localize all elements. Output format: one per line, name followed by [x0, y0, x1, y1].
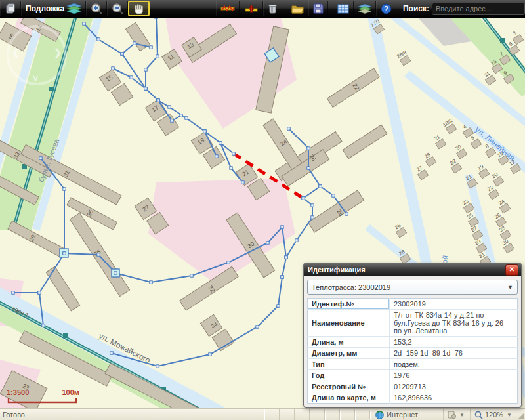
page-zoom-button[interactable]: 120% ▼ — [470, 409, 517, 420]
table-row[interactable]: НаименованиеТ/т от ТК-834а-14 у д.21 по … — [308, 310, 518, 337]
network-node — [97, 253, 100, 256]
network-node — [232, 152, 235, 155]
network-node — [302, 197, 304, 200]
protected-mode-button[interactable]: ▼ — [443, 409, 470, 420]
attribute-value: 1976 — [390, 370, 518, 381]
network-node — [42, 324, 45, 327]
network-node — [285, 256, 287, 259]
security-zone: Интернет — [369, 411, 443, 419]
search-label: Поиск: — [403, 4, 429, 13]
measure-network-button[interactable] — [216, 1, 240, 16]
search-input[interactable] — [432, 3, 525, 15]
chevron-down-icon: ▼ — [507, 412, 512, 418]
layers-icon — [67, 3, 81, 14]
network-node — [307, 167, 310, 169]
folder-icon — [291, 4, 304, 14]
zoom-out-button[interactable] — [107, 1, 128, 16]
network-node — [311, 216, 314, 219]
network-node — [180, 114, 182, 117]
globe-icon — [375, 411, 384, 419]
identify-popup-title: Идентификация — [308, 266, 366, 274]
network-node — [110, 352, 113, 354]
feature-selector[interactable]: Теплотрасса: 23002019 ▼ — [307, 280, 518, 295]
main-toolbar: Подложка — [0, 0, 525, 18]
table-row[interactable]: Реестровый №01209713 — [308, 381, 518, 392]
attribute-value: подзем. — [390, 359, 518, 370]
network-node — [266, 242, 269, 244]
feature-selector-value: Теплотрасса: 23002019 — [312, 284, 390, 291]
attribute-label: Тип — [308, 359, 390, 370]
network-node — [190, 274, 193, 277]
network-node — [114, 272, 117, 274]
zoom-out-icon — [112, 3, 123, 14]
map-layers-icon — [358, 4, 371, 14]
delete-button[interactable] — [263, 1, 282, 16]
chevron-down-icon: ▼ — [507, 284, 513, 291]
network-node — [156, 365, 159, 368]
pipe-red-icon — [244, 3, 259, 14]
basemap-button[interactable]: Подложка — [21, 1, 86, 16]
zoom-in-button[interactable] — [86, 1, 107, 16]
attribute-value: 01209713 — [390, 381, 518, 392]
network-node — [209, 353, 211, 356]
attribute-label: Реестровый № — [308, 381, 390, 392]
table-row[interactable]: Идентиф.№23002019 — [308, 299, 518, 310]
attribute-label: Диаметр, мм — [308, 348, 390, 359]
network-node — [230, 167, 232, 169]
help-button[interactable]: ? — [376, 1, 396, 16]
resize-grip[interactable] — [517, 409, 525, 420]
identify-popup-titlebar[interactable]: Идентификация ✕ — [304, 263, 521, 276]
app-menu-button[interactable] — [0, 1, 21, 16]
attribute-table-button[interactable] — [333, 1, 354, 16]
attribute-label: Наименование — [308, 310, 390, 337]
network-node — [168, 106, 171, 108]
svg-text:?: ? — [384, 5, 388, 12]
network-node — [97, 38, 100, 41]
network-node — [242, 181, 244, 184]
network-node — [277, 304, 280, 307]
network-node — [38, 291, 41, 294]
table-row[interactable]: Типподзем. — [308, 359, 518, 370]
network-node — [215, 155, 218, 158]
network-node — [345, 213, 348, 215]
network-node — [112, 67, 114, 70]
attribute-label: Идентиф.№ — [308, 299, 390, 310]
network-node — [203, 130, 206, 133]
network-node — [121, 52, 123, 55]
network-node — [287, 127, 290, 130]
attribute-value: 153,2 — [390, 337, 518, 348]
attribute-label: Длина, м — [308, 337, 390, 348]
status-bar: Готово Интернет ▼ 120% ▼ — [0, 408, 525, 420]
network-node — [171, 119, 173, 122]
status-cells — [264, 409, 369, 420]
network-node — [307, 147, 310, 150]
network-node — [63, 188, 66, 190]
pan-tool-button[interactable] — [128, 1, 150, 16]
zoom-level: 120% — [485, 411, 503, 419]
table-row[interactable]: Длина, м153,2 — [308, 337, 518, 348]
zoom-in-icon — [91, 3, 102, 14]
attribute-value: 162,896636 — [390, 392, 518, 404]
identify-popup: Идентификация ✕ Теплотрасса: 23002019 ▼ … — [303, 262, 522, 408]
table-row[interactable]: Диаметр, мм2d=159 1d=89 1d=76 — [308, 348, 518, 359]
table-row[interactable]: Длина по карте, м162,896636 — [308, 392, 518, 404]
zone-label: Интернет — [387, 411, 418, 419]
save-button[interactable] — [308, 1, 328, 16]
network-node — [281, 276, 284, 278]
layers-panel-button[interactable] — [354, 1, 376, 16]
shield-icon — [448, 411, 456, 419]
pipe-measure-icon — [220, 4, 235, 13]
open-button[interactable] — [287, 1, 308, 16]
attribute-value: 2d=159 1d=89 1d=76 — [390, 348, 518, 359]
network-node — [295, 239, 298, 242]
network-node — [185, 117, 188, 119]
basemap-label: Подложка — [26, 4, 64, 13]
attribute-label: Длина по карте, м — [308, 392, 390, 404]
network-node — [12, 291, 14, 294]
close-icon[interactable]: ✕ — [505, 264, 518, 276]
table-row[interactable]: Год1976 — [308, 370, 518, 381]
attribute-table: Идентиф.№23002019НаименованиеТ/т от ТК-8… — [307, 298, 518, 404]
help-icon: ? — [381, 3, 392, 14]
pipe-section-button[interactable] — [240, 1, 263, 16]
network-node — [311, 204, 314, 207]
